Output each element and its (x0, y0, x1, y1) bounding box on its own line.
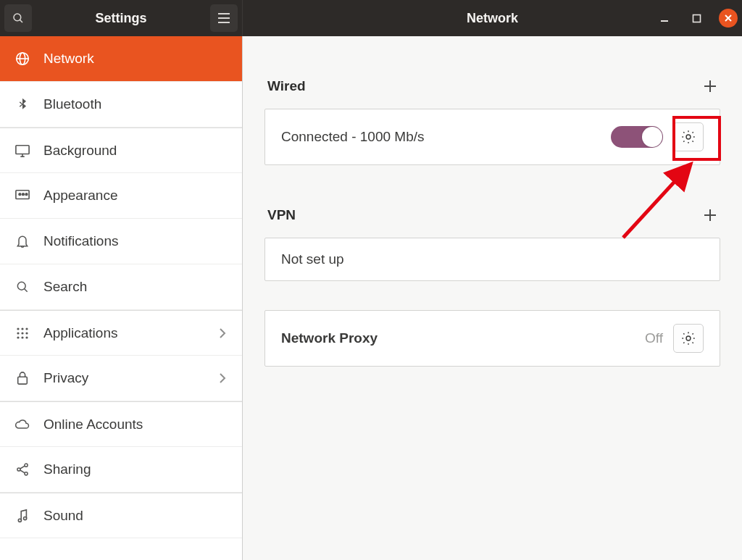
globe-icon (14, 51, 30, 67)
minimize-button[interactable] (655, 9, 674, 28)
sidebar-item-label: Sound (43, 508, 83, 524)
svg-point-36 (18, 519, 21, 522)
svg-point-24 (17, 332, 19, 334)
svg-point-18 (25, 193, 28, 196)
svg-point-23 (25, 327, 28, 330)
gear-icon (680, 129, 696, 145)
header-title-page: Network (467, 11, 518, 26)
chevron-right-icon (219, 327, 226, 339)
vpn-row: Not set up (264, 238, 720, 281)
section-title: Wired (267, 78, 306, 94)
sidebar-item-notifications[interactable]: Notifications (0, 219, 242, 264)
maximize-icon (692, 14, 701, 23)
lock-icon (14, 370, 30, 386)
sidebar-item-search[interactable]: Search (0, 264, 242, 310)
section-header-wired: Wired (264, 64, 720, 109)
music-icon (14, 508, 30, 524)
bell-icon (14, 233, 30, 249)
section-title: VPN (267, 207, 296, 223)
header-title-settings: Settings (36, 11, 206, 26)
hamburger-icon (217, 13, 230, 23)
bluetooth-icon (14, 97, 30, 112)
search-icon (14, 280, 30, 294)
toggle-knob (642, 127, 662, 147)
plus-icon (703, 208, 717, 222)
svg-point-0 (14, 14, 21, 21)
sidebar-item-appearance[interactable]: Appearance (0, 173, 242, 219)
cloud-icon (14, 418, 30, 431)
svg-point-17 (22, 193, 25, 196)
sidebar-item-label: Privacy (43, 370, 88, 386)
sidebar-item-label: Notifications (43, 233, 119, 249)
svg-point-33 (25, 472, 28, 475)
svg-point-31 (17, 468, 20, 471)
sidebar-item-online-accounts[interactable]: Online Accounts (0, 401, 242, 447)
svg-point-28 (21, 336, 23, 338)
search-icon (12, 12, 25, 25)
sidebar-item-label: Network (43, 51, 94, 67)
svg-point-22 (21, 327, 23, 330)
sidebar-item-label: Online Accounts (43, 417, 143, 432)
svg-point-29 (25, 336, 28, 338)
minimize-icon (659, 13, 670, 23)
header-bar: Settings Network (0, 0, 742, 36)
sidebar-item-label: Sharing (43, 461, 91, 477)
proxy-title: Network Proxy (281, 330, 378, 346)
sidebar-item-privacy[interactable]: Privacy (0, 356, 242, 401)
sidebar-item-background[interactable]: Background (0, 128, 242, 173)
svg-point-19 (17, 282, 25, 290)
sidebar-item-label: Search (43, 279, 87, 295)
proxy-status: Off (645, 330, 663, 346)
sidebar-item-label: Background (43, 143, 117, 159)
sidebar-item-label: Applications (43, 325, 117, 341)
svg-line-20 (25, 289, 28, 292)
sidebar-item-network[interactable]: Network (0, 36, 242, 82)
svg-point-25 (21, 332, 23, 334)
apps-icon (14, 327, 30, 340)
svg-line-34 (20, 466, 25, 469)
share-icon (14, 462, 30, 477)
svg-point-27 (17, 336, 19, 338)
chevron-right-icon (219, 372, 226, 384)
background-icon (14, 143, 30, 158)
svg-rect-30 (18, 377, 28, 384)
gear-icon (680, 330, 696, 346)
wired-connection-row: Connected - 1000 Mb/s (264, 109, 720, 165)
wired-settings-button[interactable] (673, 122, 704, 151)
menu-button[interactable] (210, 4, 238, 32)
add-vpn-button[interactable] (703, 208, 717, 222)
wired-toggle[interactable] (611, 126, 663, 148)
svg-point-32 (25, 464, 28, 467)
sidebar: Network Bluetooth Background Appearance (0, 36, 243, 560)
sidebar-item-sound[interactable]: Sound (0, 493, 242, 538)
plus-icon (703, 79, 717, 93)
header-right: Network (243, 0, 742, 36)
sidebar-item-bluetooth[interactable]: Bluetooth (0, 82, 242, 128)
sidebar-item-applications[interactable]: Applications (0, 310, 242, 356)
close-icon (724, 14, 733, 22)
sidebar-item-label: Bluetooth (43, 96, 101, 112)
section-header-vpn: VPN (264, 193, 720, 238)
svg-line-1 (20, 20, 22, 22)
proxy-settings-button[interactable] (673, 324, 704, 353)
appearance-icon (14, 188, 30, 203)
svg-point-40 (686, 135, 691, 139)
add-wired-button[interactable] (703, 79, 717, 93)
header-left: Settings (0, 0, 243, 36)
sidebar-item-sharing[interactable]: Sharing (0, 447, 242, 493)
svg-line-35 (20, 470, 25, 473)
vpn-status: Not set up (281, 251, 344, 267)
svg-point-37 (24, 517, 27, 519)
svg-rect-6 (693, 14, 700, 22)
svg-point-16 (19, 193, 21, 196)
window-controls (655, 9, 738, 28)
svg-point-26 (25, 332, 28, 334)
sidebar-item-label: Appearance (43, 188, 117, 204)
network-proxy-row[interactable]: Network Proxy Off (264, 310, 720, 367)
wired-status: Connected - 1000 Mb/s (281, 129, 425, 145)
svg-point-43 (686, 336, 691, 340)
maximize-button[interactable] (687, 9, 706, 28)
close-button[interactable] (719, 9, 738, 28)
main-panel: Wired Connected - 1000 Mb/s VP (243, 36, 742, 560)
search-button[interactable] (4, 4, 32, 32)
